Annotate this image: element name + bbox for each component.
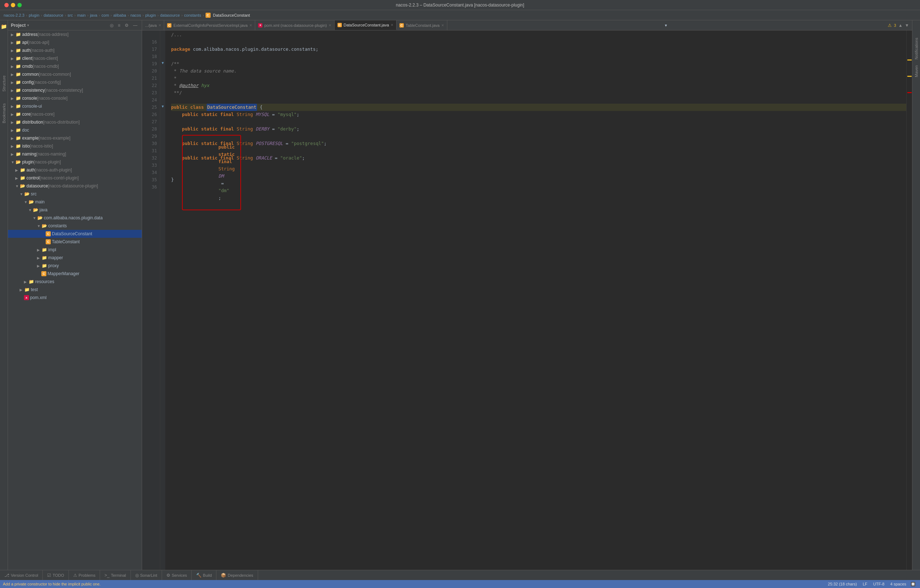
breadcrumb-item[interactable]: nacos-2.2.3 xyxy=(3,13,24,18)
breadcrumb-item[interactable]: constants xyxy=(184,13,201,18)
fold-btn[interactable]: ▼ xyxy=(160,103,165,110)
bottom-tab-build[interactable]: 🔨 Build xyxy=(192,570,216,580)
tree-item-impl[interactable]: ▶ 📁 impl xyxy=(8,246,142,254)
folder-icon: 📁 xyxy=(15,71,21,77)
tree-item-auth[interactable]: ▶ 📁 auth [nacos-auth] xyxy=(8,46,142,54)
bottom-tab-todo[interactable]: ☑ TODO xyxy=(43,570,69,580)
breadcrumb-item[interactable]: datasource xyxy=(44,13,63,18)
breadcrumb-item[interactable]: java xyxy=(90,13,97,18)
tab-close-btn[interactable]: × xyxy=(249,23,252,28)
tree-item-example[interactable]: ▶ 📁 example [nacos-example] xyxy=(8,134,142,142)
breadcrumb-item[interactable]: main xyxy=(77,13,86,18)
tab-close-btn[interactable]: × xyxy=(442,23,444,28)
tree-item-plugin[interactable]: ▼ 📂 plugin [nacos-plugin] xyxy=(8,158,142,166)
tree-item-main[interactable]: ▼ 📂 main xyxy=(8,198,142,206)
notifications-panel-toggle[interactable]: Notifications xyxy=(914,35,918,62)
bottom-tab-problems[interactable]: ⚠ Problems xyxy=(69,570,100,580)
project-panel-toggle[interactable]: 📁 xyxy=(1,23,7,30)
tree-item-console[interactable]: ▶ 📁 console [nacos-console] xyxy=(8,94,142,102)
panel-minimize-btn[interactable]: — xyxy=(131,22,139,29)
tab-close-btn[interactable]: × xyxy=(329,23,331,28)
tab-overflow[interactable]: ▾ xyxy=(663,20,669,30)
tree-item-doc[interactable]: ▶ 📁 doc xyxy=(8,126,142,134)
maven-panel-toggle[interactable]: Maven xyxy=(914,62,918,80)
tree-item-datasourceconstant[interactable]: C DataSourceConstant xyxy=(8,230,142,238)
bottom-tab-terminal[interactable]: >_ Terminal xyxy=(100,570,131,580)
tree-item-address[interactable]: ▶ 📁 address [nacos-address] xyxy=(8,31,142,39)
warning-count: 3 xyxy=(894,23,896,28)
code-line xyxy=(171,96,906,104)
tree-item-console-ui[interactable]: ▶ 📁 console-ui xyxy=(8,102,142,110)
close-button[interactable] xyxy=(4,3,9,7)
structure-panel-toggle[interactable]: Structure xyxy=(0,73,8,95)
tree-item-java[interactable]: ▼ 📂 java xyxy=(8,206,142,214)
tree-item-proxy[interactable]: ▶ 📁 proxy xyxy=(8,262,142,270)
bottom-tab-services[interactable]: ⚙ Services xyxy=(162,570,192,580)
tree-item-mapper[interactable]: ▶ 📁 mapper xyxy=(8,254,142,262)
project-panel: Project ▾ ◎ ≡ ⚙ — ▶ 📁 address [nacos-add… xyxy=(8,20,142,570)
encoding[interactable]: UTF-8 xyxy=(870,582,888,586)
tab-datasourceconstant[interactable]: C DataSourceConstant.java × xyxy=(335,20,397,30)
code-line-32: public static final String ORACLE = "ora… xyxy=(171,154,906,162)
bookmarks-panel-toggle[interactable]: Bookmarks xyxy=(0,100,8,126)
navigate-up-icon[interactable]: ▲ xyxy=(898,23,902,28)
indent[interactable]: 4 spaces xyxy=(888,582,909,586)
code-area[interactable]: /... package com.alibaba.nacos.plugin.da… xyxy=(165,31,906,570)
expand-arrow[interactable]: ▶ xyxy=(11,32,15,37)
tab-externalconfig[interactable]: C ExternalConfigInfoPersistServiceImpl.j… xyxy=(164,20,255,30)
panel-locate-btn[interactable]: ◎ xyxy=(109,22,115,29)
cursor-position[interactable]: 25:32 (18 chars) xyxy=(825,582,860,586)
fold-btn[interactable]: ▼ xyxy=(160,60,165,67)
warning-icon[interactable]: ⚠ xyxy=(888,23,892,28)
breadcrumb-item[interactable]: plugin xyxy=(145,13,156,18)
tab-pom[interactable]: X pom.xml (nacos-datasource-plugin) × xyxy=(255,20,334,30)
tree-item-core[interactable]: ▶ 📁 core [nacos-core] xyxy=(8,110,142,118)
bottom-tab-dependencies[interactable]: 📦 Dependencies xyxy=(216,570,258,580)
panel-settings-btn[interactable]: ⚙ xyxy=(123,22,130,29)
tree-item-client[interactable]: ▶ 📁 client [nacos-client] xyxy=(8,54,142,62)
editor-with-gutter: 16 17 18 19 20 21 22 23 24 25 26 27 28 2… xyxy=(142,31,912,570)
folder-icon: 📁 xyxy=(15,135,21,141)
code-line: * The data source name. xyxy=(171,67,906,75)
breadcrumb-item[interactable]: plugin xyxy=(29,13,39,18)
maximize-button[interactable] xyxy=(18,3,22,7)
minimize-button[interactable] xyxy=(11,3,15,7)
bottom-tab-label: SonarLint xyxy=(140,573,157,577)
navigate-down-icon[interactable]: ▼ xyxy=(905,23,909,28)
tree-item-consistency[interactable]: ▶ 📁 consistency [nacos-consistency] xyxy=(8,86,142,94)
panel-collapse-btn[interactable]: ≡ xyxy=(117,22,122,29)
bottom-tab-sonarlint[interactable]: ◎ SonarLint xyxy=(131,570,162,580)
tree-item-plugin-control[interactable]: ▶ 📁 control [nacos-contrl-plugin] xyxy=(8,174,142,182)
tab-tableconstant[interactable]: C TableConstant.java × xyxy=(397,20,447,30)
line-ending[interactable]: LF xyxy=(860,582,870,586)
tree-item-src[interactable]: ▼ 📂 src xyxy=(8,190,142,198)
tree-item-naming[interactable]: ▶ 📁 naming [nacos-naming] xyxy=(8,150,142,158)
tree-item-distribution[interactable]: ▶ 📁 distribution [nacos-distribution] xyxy=(8,118,142,126)
project-panel-dropdown[interactable]: ▾ xyxy=(27,23,29,27)
breadcrumb-item[interactable]: nacos xyxy=(131,13,141,18)
tree-item-common[interactable]: ▶ 📁 common [nacos-common] xyxy=(8,70,142,78)
tree-item-plugin-auth[interactable]: ▶ 📁 auth [nacos-auth-plugin] xyxy=(8,166,142,174)
breadcrumb-item[interactable]: src xyxy=(67,13,73,18)
tree-item-test[interactable]: ▶ 📁 test xyxy=(8,286,142,294)
breadcrumb-item[interactable]: com xyxy=(102,13,109,18)
tree-item-plugin-datasource[interactable]: ▼ 📂 datasource [nacos-datasource-plugin] xyxy=(8,182,142,190)
tree-item-resources[interactable]: ▶ 📁 resources xyxy=(8,278,142,286)
tree-item-istio[interactable]: ▶ 📁 istio [nacos-istio] xyxy=(8,142,142,150)
bottom-tab-version-control[interactable]: ⎇ Version Control xyxy=(0,570,43,580)
breadcrumb-item[interactable]: datasource xyxy=(160,13,180,18)
breadcrumb-item[interactable]: alibaba xyxy=(113,13,126,18)
tab-close-btn[interactable]: × xyxy=(391,23,393,28)
tab-close-btn[interactable]: × xyxy=(159,23,161,28)
editor-area: .../java × C ExternalConfigInfoPersistSe… xyxy=(142,20,912,570)
tree-item-api[interactable]: ▶ 📁 api [nacos-api] xyxy=(8,39,142,46)
tree-item-tableconstant[interactable]: C TableConstant xyxy=(8,238,142,246)
tree-item-constants[interactable]: ▼ 📂 constants xyxy=(8,222,142,230)
code-line xyxy=(171,183,906,191)
tree-item-pom[interactable]: X pom.xml xyxy=(8,294,142,301)
tree-item-mappermanager[interactable]: C MapperManager xyxy=(8,270,142,278)
tree-item-com-package[interactable]: ▼ 📂 com.alibaba.nacos.plugin.data xyxy=(8,214,142,222)
tree-item-config[interactable]: ▶ 📁 config [nacos-config] xyxy=(8,78,142,86)
tab-java[interactable]: .../java × xyxy=(142,20,164,30)
tree-item-cmdb[interactable]: ▶ 📁 cmdb [nacos-cmdb] xyxy=(8,62,142,70)
